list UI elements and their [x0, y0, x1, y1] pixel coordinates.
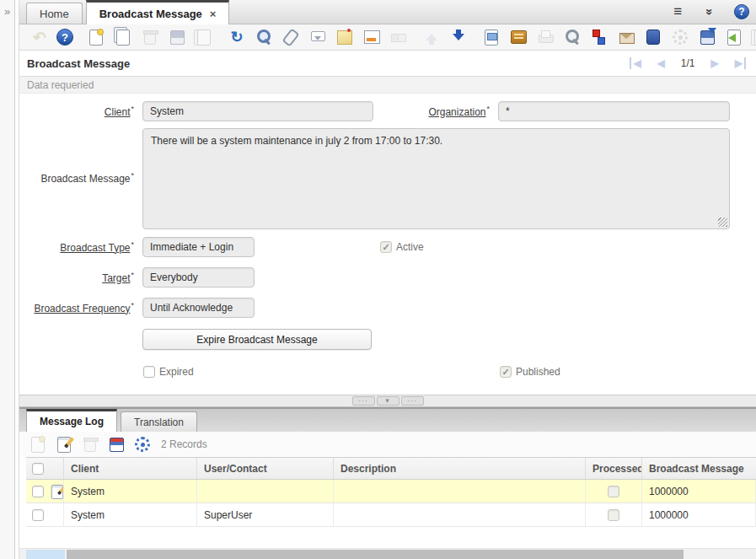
attachment-icon[interactable] [281, 27, 301, 47]
active-checkbox-row: ✓ Active [380, 237, 424, 257]
record-count: 2 Records [161, 438, 207, 450]
row-select-checkbox[interactable] [32, 486, 44, 497]
requests-icon[interactable] [616, 27, 636, 47]
print-icon [535, 27, 555, 47]
organization-field[interactable]: * [498, 101, 730, 121]
broadcast-message-form: Client* System Organization* * Broadcast… [19, 94, 756, 395]
record-position: 1/1 [681, 57, 695, 69]
tab-message-log[interactable]: Message Log [26, 409, 117, 432]
status-text: Data requeried [27, 79, 94, 91]
client-label: Client* [19, 101, 134, 122]
cell-client: System [64, 503, 197, 526]
window-tab-home-label: Home [40, 8, 69, 20]
menu-icon[interactable]: ≡ [673, 3, 682, 20]
expand-menu-icon[interactable]: » [4, 5, 10, 18]
client-field[interactable]: System [142, 101, 373, 121]
published-label: Published [516, 366, 560, 378]
cell-description [334, 503, 586, 526]
file-import-icon[interactable] [724, 27, 744, 47]
window-tabbar: Home Broadcast Message × ≡ « ? [19, 0, 756, 24]
status-bar: Data requeried [19, 76, 756, 94]
column-header-broadcast_message[interactable]: Broadcast Message [642, 458, 756, 479]
frozen-scrollbar-segment[interactable] [26, 550, 65, 559]
select-all-header-cell [26, 458, 64, 479]
copy-record-icon[interactable] [113, 27, 133, 47]
broadcast-frequency-label: Broadcast Frequency* [19, 298, 134, 319]
broadcast-message-textarea[interactable]: There will be a system maintenance in ju… [142, 128, 730, 229]
global-help-icon[interactable]: ? [734, 4, 749, 19]
cell-user_contact: SuperUser [197, 503, 334, 526]
row-select-checkbox[interactable] [32, 509, 44, 521]
processed-checkbox [608, 486, 619, 497]
close-tab-icon[interactable]: × [210, 8, 217, 20]
table-row[interactable]: System1000000 [26, 480, 756, 503]
row-edit-icon[interactable] [48, 482, 64, 501]
new-row-icon [28, 434, 48, 454]
save-row-icon[interactable] [106, 434, 126, 454]
cell-broadcast_message: 1000000 [642, 480, 756, 503]
detail-record-icon[interactable] [448, 27, 469, 47]
active-label: Active [396, 241, 424, 253]
previous-record-icon[interactable]: ◀ [657, 57, 665, 69]
expired-checkbox[interactable] [143, 366, 155, 378]
cell-client: System [64, 480, 197, 503]
target-field[interactable]: Everybody [142, 267, 255, 288]
tab-message-log-label: Message Log [40, 416, 104, 427]
grid-toggle-icon [389, 27, 409, 47]
broadcast-type-field[interactable]: Immediate + Login [142, 237, 255, 257]
organization-value: * [506, 105, 510, 117]
scrollbar-thumb[interactable] [67, 550, 684, 559]
window-tab-home[interactable]: Home [26, 3, 83, 24]
column-header-processed[interactable]: Processed [586, 458, 642, 479]
chat-icon[interactable] [308, 27, 328, 47]
splitter-grip[interactable]: ··· [401, 396, 424, 406]
detail-pane: Message Log Translation 2 Records Client… [19, 407, 756, 559]
note-icon[interactable] [335, 27, 355, 47]
cell-broadcast_message: 1000000 [642, 503, 756, 526]
first-record-icon[interactable]: ◀ [630, 57, 641, 69]
calendar-icon[interactable] [362, 27, 382, 47]
next-record-icon[interactable]: ▶ [711, 57, 719, 69]
requery-icon[interactable]: ↻ [227, 27, 247, 47]
workflow-icon[interactable] [589, 27, 609, 47]
print-preview-icon[interactable] [562, 27, 582, 47]
splitter-collapse-icon[interactable]: ▾ [377, 396, 399, 406]
last-record-icon[interactable]: ▶ [735, 57, 746, 69]
column-header-client[interactable]: Client [64, 458, 197, 479]
broadcast-frequency-field[interactable]: Until Acknowledge [142, 298, 255, 318]
window-tab-broadcast-message[interactable]: Broadcast Message × [86, 0, 230, 24]
row-select-cell [26, 480, 64, 503]
horizontal-scrollbar[interactable] [19, 548, 756, 559]
new-record-icon[interactable] [86, 27, 106, 47]
archive-icon[interactable] [508, 27, 528, 47]
select-all-checkbox[interactable] [32, 463, 44, 475]
page-title: Broadcast Message [27, 57, 130, 70]
chevron-double-down-icon[interactable]: « [701, 8, 715, 15]
pane-splitter[interactable]: ··· ▾ ··· [19, 395, 756, 407]
export-icon[interactable] [697, 27, 717, 47]
save-record-icon [167, 27, 187, 47]
column-header-description[interactable]: Description [334, 458, 586, 479]
cell-processed [586, 503, 642, 526]
published-checkbox: ✓ [500, 366, 512, 378]
table-row[interactable]: SystemSuperUser1000000 [26, 503, 756, 527]
lookup-record-icon[interactable] [254, 27, 274, 47]
sidebar-expand-rail[interactable]: » [0, 0, 15, 559]
archive-viewer-icon[interactable] [643, 27, 663, 47]
expired-checkbox-row: Expired [143, 362, 194, 382]
process-records-icon[interactable] [132, 434, 153, 454]
help-icon[interactable]: ? [56, 29, 73, 46]
cell-user_contact [197, 480, 334, 503]
ignore-changes-icon: ↶ [29, 27, 50, 47]
splitter-grip[interactable]: ··· [352, 396, 375, 406]
tab-translation[interactable]: Translation [121, 411, 197, 432]
table-header-row: ClientUser/ContactDescriptionProcessedBr… [26, 457, 756, 480]
message-log-table: ClientUser/ContactDescriptionProcessedBr… [26, 457, 756, 527]
broadcast-frequency-value: Until Acknowledge [150, 302, 233, 314]
expire-broadcast-message-button[interactable]: Expire Broadcast Message [142, 329, 372, 350]
detail-tabbar: Message Log Translation [19, 407, 756, 432]
broadcast-message-value: There will be a system maintenance in ju… [151, 135, 442, 147]
report-icon[interactable] [481, 27, 501, 47]
column-header-user_contact[interactable]: User/Contact [197, 458, 334, 479]
toggle-edit-icon[interactable] [54, 434, 74, 454]
